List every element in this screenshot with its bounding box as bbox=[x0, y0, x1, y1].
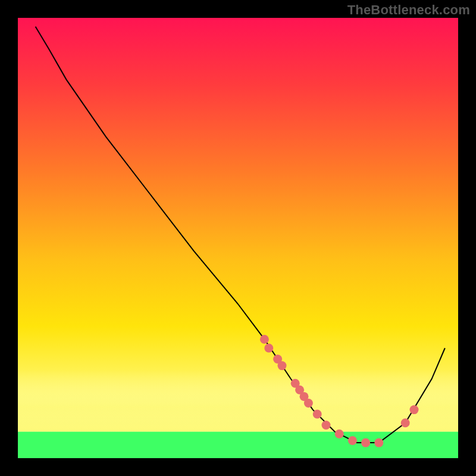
watermark-text: TheBottleneck.com bbox=[347, 2, 470, 18]
chart-svg bbox=[0, 0, 476, 476]
curve-marker bbox=[348, 436, 357, 445]
glow-band bbox=[18, 370, 458, 432]
curve-marker bbox=[335, 430, 344, 439]
chart-container: TheBottleneck.com bbox=[0, 0, 476, 476]
curve-marker bbox=[264, 344, 273, 353]
curve-marker bbox=[361, 439, 370, 447]
bottom-green-band bbox=[18, 432, 458, 458]
curve-marker bbox=[313, 410, 322, 419]
curve-marker bbox=[278, 361, 287, 370]
curve-marker bbox=[401, 418, 410, 427]
curve-marker bbox=[410, 405, 419, 414]
curve-marker bbox=[260, 335, 269, 344]
curve-marker bbox=[304, 399, 313, 408]
curve-marker bbox=[322, 421, 331, 430]
curve-marker bbox=[374, 439, 383, 447]
